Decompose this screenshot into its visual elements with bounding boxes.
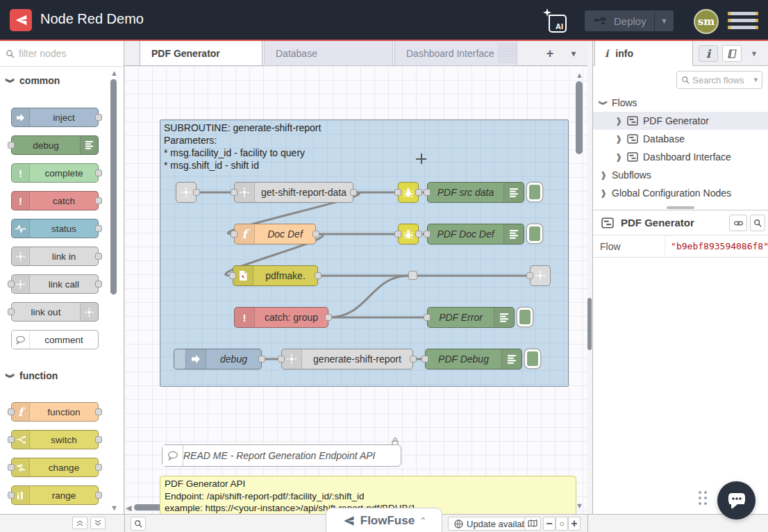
search-node-button[interactable] — [750, 215, 765, 231]
input-port[interactable] — [8, 492, 15, 499]
output-port[interactable] — [350, 189, 357, 196]
output-port[interactable] — [95, 281, 102, 288]
flow-node-trace-2[interactable] — [398, 224, 419, 244]
search-flows-input[interactable]: Search flows ▼ — [676, 71, 762, 89]
zoom-reset-button[interactable]: ○ — [556, 517, 568, 531]
tree-item-database[interactable]: ❱ Database — [593, 130, 768, 148]
palette-category-function[interactable]: ❱ function — [7, 370, 58, 381]
inject-button[interactable] — [174, 349, 186, 369]
palette-scrollbar[interactable] — [110, 79, 117, 294]
debug-toggle-button[interactable] — [527, 183, 542, 201]
input-port[interactable] — [278, 356, 285, 363]
input-port[interactable] — [421, 356, 428, 363]
input-port[interactable] — [526, 272, 533, 279]
tab-dashboard-interface[interactable]: Dashboard Interface — [394, 41, 517, 66]
canvas-scroll-left-arrow[interactable]: ◀ — [126, 504, 131, 511]
output-port[interactable] — [325, 314, 332, 321]
canvas-vertical-scrollbar[interactable] — [576, 81, 583, 154]
output-port[interactable] — [95, 169, 102, 176]
output-port[interactable] — [415, 189, 422, 196]
palette-scroll-up-arrow[interactable]: ▲ — [110, 69, 118, 76]
tree-item-global-config[interactable]: ❱ Global Configuration Nodes — [593, 184, 768, 202]
input-port[interactable] — [394, 189, 401, 196]
tree-item-pdf-generator[interactable]: ❱ PDF Generator — [593, 112, 768, 130]
palette-node-complete[interactable]: ! complete — [11, 163, 99, 183]
palette-scroll-down-arrow[interactable]: ▼ — [110, 504, 118, 511]
tree-item-flows[interactable]: ❱ Flows — [593, 94, 768, 112]
output-port[interactable] — [415, 231, 422, 238]
sidebar-section-splitter[interactable] — [593, 205, 768, 210]
info-panel-button[interactable]: i — [699, 45, 718, 62]
tab-database[interactable]: Database — [264, 41, 393, 66]
canvas-search-button[interactable] — [131, 517, 146, 531]
zoom-in-button[interactable]: + — [568, 517, 581, 531]
debug-toggle-button[interactable] — [517, 308, 533, 326]
ai-assistant-button[interactable]: AI — [543, 8, 569, 33]
palette-node-link-call[interactable]: link call — [11, 274, 99, 294]
tab-list-caret[interactable]: ▾ — [565, 45, 583, 62]
palette-node-comment[interactable]: comment — [11, 330, 99, 349]
flow-node-pdf-src-data[interactable]: PDF src data — [427, 182, 524, 203]
flow-node-generate-shift-report[interactable]: generate-shift-report — [281, 349, 413, 369]
input-port[interactable] — [424, 189, 431, 196]
user-avatar[interactable]: sm — [694, 9, 719, 34]
input-port[interactable] — [8, 436, 15, 443]
output-port[interactable] — [95, 225, 102, 232]
flow-node-pdf-doc-def[interactable]: PDF Doc Def — [427, 224, 524, 244]
palette-node-debug[interactable]: debug — [11, 135, 99, 155]
palette-node-link-in[interactable]: link in — [11, 247, 99, 266]
palette-node-change[interactable]: change — [11, 458, 99, 477]
output-port[interactable] — [95, 436, 102, 443]
input-port[interactable] — [231, 231, 237, 238]
palette-node-function[interactable]: f function — [11, 402, 99, 422]
input-port[interactable] — [8, 142, 15, 149]
copy-link-button[interactable] — [729, 215, 747, 231]
palette-node-switch[interactable]: switch — [11, 430, 99, 449]
zoom-out-button[interactable]: − — [543, 517, 556, 531]
sidebar-splitter[interactable] — [587, 41, 592, 514]
input-port[interactable] — [229, 272, 236, 279]
input-port[interactable] — [8, 464, 15, 471]
palette-node-status[interactable]: status — [11, 219, 99, 238]
flow-node-comment-readme[interactable]: READ ME - Report Generation Endpoint API — [162, 444, 401, 467]
flow-node-get-shift-report-data[interactable]: get-shift-report-data — [234, 182, 353, 203]
output-port[interactable] — [258, 356, 265, 363]
main-menu-button[interactable] — [728, 12, 758, 30]
palette-filter[interactable]: filter nodes — [0, 41, 124, 67]
palette-category-common[interactable]: ❱ common — [7, 75, 60, 86]
splitter-scrollbar[interactable] — [587, 298, 592, 350]
tab-pdf-generator[interactable]: PDF Generator — [140, 41, 262, 66]
minimap-button[interactable] — [524, 517, 541, 531]
flow-node-pdf-error[interactable]: PDF Error — [427, 307, 515, 328]
output-port[interactable] — [312, 231, 319, 238]
input-port[interactable] — [394, 231, 401, 238]
canvas-scroll-up-arrow[interactable]: ▲ — [576, 72, 583, 78]
palette-node-inject[interactable]: inject — [11, 108, 99, 127]
sidebar-options-caret[interactable]: ▼ — [747, 45, 761, 62]
output-port[interactable] — [315, 272, 322, 279]
flow-node-doc-def[interactable]: f Doc Def — [234, 224, 316, 244]
tree-item-subflows[interactable]: ❱ Subflows — [593, 166, 768, 184]
expand-all-button[interactable] — [90, 517, 106, 529]
flow-node-pdf-debug[interactable]: PDF Debug — [425, 349, 522, 369]
input-port[interactable] — [424, 314, 431, 321]
flow-node-catch-group[interactable]: ! catch: group — [234, 307, 328, 328]
wire-junction[interactable] — [408, 271, 417, 280]
output-port[interactable] — [193, 189, 200, 196]
flow-node-pdfmake[interactable]: pdfmake. — [233, 265, 318, 286]
widget-drag-handle[interactable] — [699, 491, 708, 509]
palette-scroll-area[interactable]: ❱ common inject debug ! complete ! catch — [0, 67, 124, 514]
deploy-options-caret[interactable]: ▼ — [654, 10, 674, 31]
output-port[interactable] — [410, 356, 417, 363]
palette-node-range[interactable]: range — [11, 485, 99, 505]
flow-node-link-in[interactable] — [176, 182, 197, 203]
output-port[interactable] — [95, 253, 102, 260]
input-port[interactable] — [8, 408, 15, 415]
output-port[interactable] — [95, 114, 102, 121]
flow-canvas[interactable]: SUBROUTINE: generate-shift-report Parame… — [124, 66, 587, 514]
palette-node-link-out[interactable]: link out — [11, 302, 99, 322]
collapse-all-button[interactable] — [72, 517, 87, 529]
palette-node-catch[interactable]: ! catch — [11, 191, 99, 210]
input-port[interactable] — [231, 189, 237, 196]
tab-info[interactable]: i info — [594, 41, 693, 66]
